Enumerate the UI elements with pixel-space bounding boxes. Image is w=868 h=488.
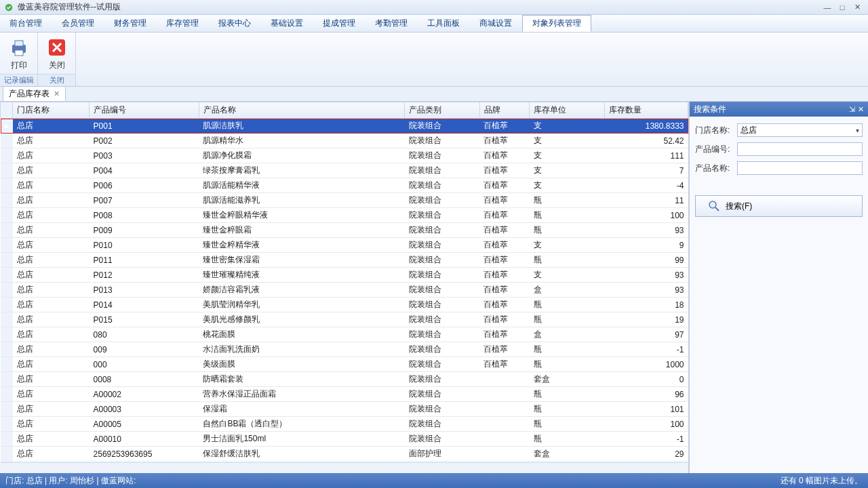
search-panel-title: 搜索条件 xyxy=(694,104,726,115)
product-name-input[interactable] xyxy=(737,161,863,175)
cell-category: 院装组合 xyxy=(405,312,480,327)
table-row[interactable]: 总店A00002营养水保湿正品面霜院装组合瓶96 xyxy=(1,387,688,402)
store-select-value: 总店 xyxy=(741,125,757,136)
table-row[interactable]: ▸总店P001肌源洁肤乳院装组合百植萃支1380.8333 xyxy=(1,119,688,134)
document-tab[interactable]: 产品库存表 ✕ xyxy=(3,86,66,101)
cell-name: 肌源活能精华液 xyxy=(199,178,404,193)
main-tab[interactable]: 前台管理 xyxy=(0,15,52,32)
cell-brand: 百植萃 xyxy=(479,268,530,283)
horizontal-scrollbar[interactable] xyxy=(0,462,688,473)
cell-code: P011 xyxy=(90,253,199,268)
column-header[interactable]: 门店名称 xyxy=(13,102,90,119)
cell-name: 臻世金粹眼霜 xyxy=(199,223,404,238)
table-row[interactable]: 总店080桃花面膜院装组合百植萃盒97 xyxy=(1,327,688,342)
main-tab[interactable]: 商城设置 xyxy=(470,15,522,32)
search-panel: 搜索条件 ⇲ ✕ 门店名称: 总店 ▾ 产品编号: 产品名称: xyxy=(689,102,868,473)
svg-point-5 xyxy=(709,201,716,208)
title-bar: 傲蓝美容院管理软件--试用版 — □ ✕ xyxy=(0,0,868,15)
cell-brand xyxy=(479,432,530,447)
close-icon[interactable]: ✕ xyxy=(54,89,60,98)
search-button[interactable]: 搜索(F) xyxy=(695,195,863,217)
cell-qty: 29 xyxy=(605,447,688,462)
table-row[interactable]: 总店P004绿茶按摩膏霜乳院装组合百植萃支7 xyxy=(1,163,688,178)
cell-store: 总店 xyxy=(13,208,90,223)
cell-category: 院装组合 xyxy=(405,134,480,148)
cell-name: 肌源精华水 xyxy=(199,134,404,148)
table-row[interactable]: 总店P015美肌光感修颜乳院装组合百植萃瓶19 xyxy=(1,312,688,327)
maximize-button[interactable]: □ xyxy=(835,3,849,12)
minimize-button[interactable]: — xyxy=(821,3,834,12)
ribbon-button-label: 关闭 xyxy=(49,60,65,71)
main-tab[interactable]: 库存管理 xyxy=(157,15,209,32)
column-header[interactable]: 库存数量 xyxy=(605,102,688,119)
close-button[interactable]: ✕ xyxy=(850,3,864,12)
table-row[interactable]: 总店P003肌源净化膜霜院装组合百植萃支111 xyxy=(1,148,688,163)
cell-unit: 支 xyxy=(530,238,605,253)
cell-qty: 99 xyxy=(605,253,688,268)
row-indicator xyxy=(1,208,13,223)
cell-store: 总店 xyxy=(13,253,90,268)
main-tab[interactable]: 报表中心 xyxy=(209,15,261,32)
cell-brand xyxy=(479,447,530,462)
table-row[interactable]: 总店A00003保湿霜院装组合瓶101 xyxy=(1,402,688,417)
table-row[interactable]: 总店P013娇颜洁容霜乳液院装组合百植萃盒93 xyxy=(1,283,688,298)
panel-close-icon[interactable]: ✕ xyxy=(858,105,864,114)
column-header[interactable]: 产品编号 xyxy=(90,102,199,119)
cell-name: 肌源洁肤乳 xyxy=(199,119,404,134)
cell-category: 院装组合 xyxy=(405,148,480,163)
cell-name: 美肌光感修颜乳 xyxy=(199,312,404,327)
column-header[interactable]: 品牌 xyxy=(479,102,530,119)
cell-category: 院装组合 xyxy=(405,432,480,447)
product-code-input[interactable] xyxy=(737,142,863,156)
cell-code: P012 xyxy=(90,268,199,283)
cell-code: P009 xyxy=(90,223,199,238)
table-row[interactable]: 总店009水洁面乳洗面奶院装组合百植萃瓶-1 xyxy=(1,342,688,357)
column-header[interactable]: 产品名称 xyxy=(199,102,404,119)
table-row[interactable]: 总店A00010男士洁面乳150ml院装组合瓶-1 xyxy=(1,432,688,447)
cell-code: A00005 xyxy=(90,417,199,432)
table-row[interactable]: 总店P010臻世金粹精华液院装组合百植萃支9 xyxy=(1,238,688,253)
table-row[interactable]: 总店0008防晒霜套装院装组合套盒0 xyxy=(1,372,688,387)
cell-code: P002 xyxy=(90,134,199,148)
cell-brand: 百植萃 xyxy=(479,238,530,253)
cell-brand: 百植萃 xyxy=(479,357,530,372)
cell-unit: 瓶 xyxy=(530,342,605,357)
main-tab[interactable]: 考勤管理 xyxy=(366,15,418,32)
table-row[interactable]: 总店000美级面膜院装组合百植萃瓶1000 xyxy=(1,357,688,372)
table-row[interactable]: 总店P009臻世金粹眼霜院装组合百植萃瓶93 xyxy=(1,223,688,238)
main-tab[interactable]: 会员管理 xyxy=(52,15,104,32)
table-row[interactable]: 总店A00005自然白BB霜（透白型）院装组合瓶100 xyxy=(1,417,688,432)
search-button-label: 搜索(F) xyxy=(726,201,752,212)
row-indicator-header xyxy=(1,102,13,119)
cell-unit: 瓶 xyxy=(530,432,605,447)
table-row[interactable]: 总店2569253963695保湿舒缓洁肤乳面部护理套盒29 xyxy=(1,447,688,462)
row-indicator xyxy=(1,432,13,447)
row-indicator xyxy=(1,253,13,268)
main-tab[interactable]: 提成管理 xyxy=(313,15,366,32)
table-row[interactable]: 总店P002肌源精华水院装组合百植萃支52.42 xyxy=(1,134,688,148)
main-tab[interactable]: 基础设置 xyxy=(261,15,313,32)
table-row[interactable]: 总店P014美肌莹润精华乳院装组合百植萃瓶18 xyxy=(1,298,688,312)
column-header[interactable]: 产品类别 xyxy=(405,102,480,119)
table-row[interactable]: 总店P012臻世璀璨精纯液院装组合百植萃支93 xyxy=(1,268,688,283)
cell-brand: 百植萃 xyxy=(479,134,530,148)
table-row[interactable]: 总店P006肌源活能精华液院装组合百植萃支-4 xyxy=(1,178,688,193)
close-red-icon[interactable] xyxy=(46,37,68,58)
table-row[interactable]: 总店P011臻世密集保湿霜院装组合百植萃瓶99 xyxy=(1,253,688,268)
svg-line-6 xyxy=(715,207,719,211)
column-header[interactable]: 库存单位 xyxy=(530,102,605,119)
main-tab[interactable]: 工具面板 xyxy=(418,15,470,32)
pin-icon[interactable]: ⇲ xyxy=(849,105,855,114)
store-select[interactable]: 总店 ▾ xyxy=(737,123,863,137)
table-row[interactable]: 总店P008臻世金粹眼精华液院装组合百植萃瓶100 xyxy=(1,208,688,223)
cell-unit: 支 xyxy=(530,178,605,193)
row-indicator xyxy=(1,417,13,432)
row-indicator xyxy=(1,342,13,357)
row-indicator xyxy=(1,312,13,327)
cell-qty: -1 xyxy=(605,432,688,447)
main-tab[interactable]: 对象列表管理 xyxy=(522,15,591,32)
table-row[interactable]: 总店P007肌源活能滋养乳院装组合百植萃瓶11 xyxy=(1,193,688,208)
cell-unit: 瓶 xyxy=(530,298,605,312)
main-tab[interactable]: 财务管理 xyxy=(104,15,157,32)
printer-icon[interactable] xyxy=(8,37,30,58)
